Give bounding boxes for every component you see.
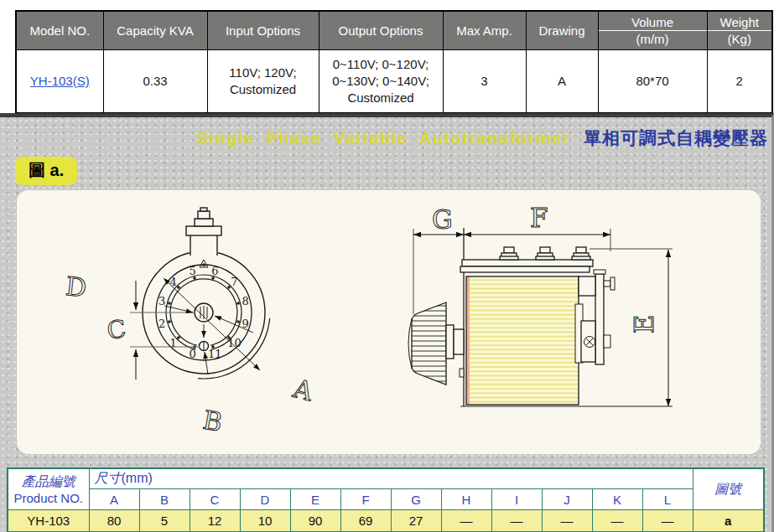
right-bracket bbox=[579, 270, 615, 364]
dim-column-headers: ABCDEFGHIJKL bbox=[8, 489, 764, 510]
terminal-bolt bbox=[576, 247, 586, 253]
dial-number-4: 4 bbox=[169, 276, 176, 288]
output-cell: 0~110V; 0~120V; 0~130V; 0~140V; Customiz… bbox=[319, 50, 443, 114]
col-header-weight: Weight (Kg) bbox=[707, 11, 772, 50]
terminal-bolt bbox=[504, 247, 514, 253]
dim-col-header-d: D bbox=[240, 489, 290, 510]
input-cell: 110V; 120V; Customized bbox=[207, 50, 319, 114]
terminal-bolt bbox=[500, 256, 518, 260]
dim-value-f: 69 bbox=[340, 510, 391, 532]
dim-value-g: 27 bbox=[391, 510, 441, 532]
dial-tick bbox=[236, 320, 240, 323]
dial-number-8: 8 bbox=[242, 295, 249, 307]
col-header-max-amp: Max Amp. bbox=[443, 11, 526, 50]
volume-label: Volume bbox=[599, 14, 707, 31]
input-line: 110V; 120V; bbox=[210, 65, 317, 81]
dimension-label-b: B bbox=[200, 405, 225, 437]
dimension-label-f: F bbox=[530, 203, 548, 233]
dim-value-c: 12 bbox=[190, 510, 240, 532]
dim-value-a: 80 bbox=[89, 510, 139, 532]
dim-col-header-c: C bbox=[190, 489, 240, 510]
weight-label: Weight bbox=[708, 14, 772, 31]
col-header-model: Model NO. bbox=[16, 11, 103, 50]
col-header-output: Output Options bbox=[319, 11, 443, 50]
col-header-capacity: Capacity KVA bbox=[103, 11, 207, 50]
page-title: Single Phase Variable Autotransformer單相可… bbox=[196, 127, 768, 150]
dial-number-5: 5 bbox=[190, 265, 196, 277]
dim-col-header-a: A bbox=[89, 489, 139, 510]
dial-number-6: 6 bbox=[211, 265, 218, 277]
input-line: Customized bbox=[210, 81, 317, 98]
dim-value-e: 90 bbox=[290, 510, 340, 532]
dim-col-header-b: B bbox=[139, 489, 190, 510]
volume-unit: (m/m) bbox=[599, 31, 707, 47]
terminal-bolt bbox=[540, 247, 550, 253]
technical-drawing-canvas: 01234567891011 bbox=[17, 190, 761, 454]
dim-col-header-i: I bbox=[491, 489, 542, 510]
dimension-label-a: A bbox=[289, 373, 316, 407]
col-header-drawing: Drawing bbox=[526, 11, 598, 50]
dim-size-row: 產品編號 Product NO. 尺寸(mm) 圖號 bbox=[8, 468, 764, 489]
dimension-label-c: C bbox=[106, 314, 128, 345]
col-header-volume: Volume (m/m) bbox=[598, 11, 707, 50]
spec-data-row: YH-103(S) 0.33 110V; 120V; Customized 0~… bbox=[16, 50, 772, 114]
size-label-zh: 尺寸 bbox=[95, 470, 122, 486]
dimension-label-d: D bbox=[64, 271, 87, 302]
product-no-zh: 產品編號 bbox=[8, 473, 89, 491]
dim-values-row: YH-103 8051210906927—————a bbox=[8, 510, 764, 532]
weight-cell: 2 bbox=[707, 50, 772, 114]
dial-tick bbox=[211, 345, 215, 349]
product-no-en: Product NO. bbox=[8, 491, 89, 505]
dial-number-2: 2 bbox=[158, 318, 165, 330]
product-no-header: 產品編號 Product NO. bbox=[8, 468, 89, 510]
dimension-table: 產品編號 Product NO. 尺寸(mm) 圖號 ABCDEFGHIJKL … bbox=[7, 467, 765, 532]
front-view: 01234567891011 bbox=[64, 208, 316, 437]
size-label-unit: (mm) bbox=[122, 471, 153, 485]
dial-number-1: 1 bbox=[169, 337, 176, 349]
dim-value-l: — bbox=[642, 510, 693, 532]
dim-value-b: 5 bbox=[139, 510, 190, 532]
output-line: 0~110V; 0~120V; bbox=[321, 56, 441, 73]
dimension-label-e: E bbox=[629, 315, 659, 334]
max-amp-cell: 3 bbox=[443, 50, 526, 114]
capacity-cell: 0.33 bbox=[103, 50, 207, 114]
dial-tick bbox=[227, 336, 231, 339]
side-view: G F E bbox=[408, 203, 673, 406]
dial-tick bbox=[177, 336, 180, 339]
dial-tick bbox=[168, 320, 171, 323]
dim-value-d: 10 bbox=[240, 510, 290, 532]
top-plate bbox=[462, 260, 593, 266]
volume-cell: 80*70 bbox=[598, 50, 707, 114]
dial-tick bbox=[211, 276, 215, 280]
dial-tick bbox=[236, 302, 240, 305]
top-terminal-bolt bbox=[186, 208, 221, 235]
dim-col-header-g: G bbox=[391, 489, 441, 510]
spec-table: Model NO. Capacity KVA Input Options Out… bbox=[15, 10, 773, 114]
dim-value-i: — bbox=[491, 510, 542, 532]
dim-value-j: — bbox=[542, 510, 592, 532]
figure-badge: 圖 a. bbox=[15, 157, 77, 185]
figure-no-value: a bbox=[693, 510, 764, 532]
title-chinese: 單相可調式自耦變壓器 bbox=[584, 128, 768, 147]
col-header-input: Input Options bbox=[207, 11, 319, 50]
dial-number-0: 0 bbox=[190, 348, 196, 360]
dim-col-header-h: H bbox=[441, 489, 491, 510]
output-line: 0~130V; 0~140V; bbox=[321, 73, 441, 90]
weight-unit: (Kg) bbox=[708, 31, 772, 47]
size-mm-header: 尺寸(mm) bbox=[89, 468, 693, 489]
model-link[interactable]: YH-103(S) bbox=[30, 74, 90, 88]
dial-number-7: 7 bbox=[231, 276, 237, 288]
dim-value-h: — bbox=[441, 510, 491, 532]
output-line: Customized bbox=[321, 90, 441, 106]
dial-tick bbox=[177, 286, 180, 289]
dial-tick bbox=[227, 286, 231, 289]
dial-tick bbox=[168, 302, 171, 305]
dim-col-header-e: E bbox=[290, 489, 340, 510]
coil-winding bbox=[470, 276, 579, 405]
figure-no-header: 圖號 bbox=[693, 468, 764, 510]
model-cell: YH-103(S) bbox=[16, 50, 103, 114]
terminal-bolt bbox=[572, 256, 590, 260]
technical-drawing: 01234567891011 bbox=[17, 190, 761, 454]
dial-number-11: 11 bbox=[208, 348, 222, 360]
dim-col-header-j: J bbox=[542, 489, 592, 510]
